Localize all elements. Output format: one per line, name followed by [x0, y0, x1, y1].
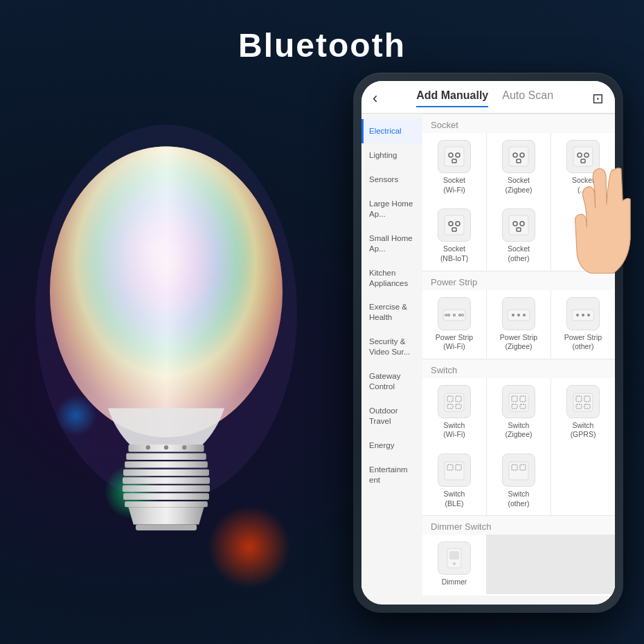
section-dimmer: Dimmer Switch	[422, 515, 615, 535]
sidebar-item-security[interactable]: Security & Video Sur...	[361, 330, 422, 364]
sidebar-item-lighting[interactable]: Lighting	[361, 143, 422, 168]
svg-point-14	[164, 445, 168, 449]
power-strip-other-icon	[566, 297, 600, 330]
svg-point-3	[50, 147, 283, 438]
svg-point-51	[582, 314, 584, 316]
tab-add-manually[interactable]: Add Manually	[416, 89, 488, 107]
power-strip-wifi-icon	[438, 297, 471, 330]
switch-zigbee-icon	[502, 385, 535, 418]
svg-point-38	[448, 314, 449, 316]
sidebar-item-outdoor[interactable]: Outdoor Travel	[361, 399, 422, 433]
socket-zigbee-label: Socket(Zigbee)	[505, 176, 532, 195]
header-tabs: Add Manually Auto Scan	[416, 89, 553, 107]
sidebar-item-exercise[interactable]: Exercise & Health	[361, 295, 422, 330]
socket-other2-icon	[502, 208, 535, 242]
switch-gprs-icon	[566, 385, 600, 418]
power-strip-zigbee-icon	[502, 297, 535, 330]
device-switch-other[interactable]: Switch(other)	[487, 447, 551, 515]
switch-wifi-icon	[438, 385, 471, 418]
sidebar-item-electrical[interactable]: Electrical	[361, 119, 422, 143]
svg-point-40	[454, 314, 455, 316]
device-socket-wifi[interactable]: Socket(Wi-Fi)	[422, 133, 486, 202]
power-strip-other-label: Power Strip(other)	[564, 333, 602, 352]
sidebar-item-energy[interactable]: Energy	[361, 433, 422, 458]
power-strip-zigbee-label: Power Strip(Zigbee)	[500, 333, 537, 352]
svg-point-48	[523, 314, 526, 316]
svg-point-42	[459, 314, 460, 316]
svg-rect-75	[449, 551, 459, 560]
svg-rect-16	[445, 147, 464, 166]
hand-pointer	[568, 163, 644, 287]
svg-rect-11	[125, 501, 208, 507]
socket-wifi-icon	[438, 140, 471, 173]
socket-other2-label: Socket(other)	[508, 244, 530, 263]
back-button[interactable]: ‹	[373, 89, 377, 107]
page-title: Bluetooth	[0, 26, 644, 64]
switch-wifi-label: Switch(Wi-Fi)	[443, 421, 465, 440]
switch-other-icon	[502, 454, 535, 487]
dimmer-grid: Dimmer	[422, 535, 615, 594]
phone-device: ‹ Add Manually Auto Scan ⊡ Electrical Li…	[353, 73, 623, 613]
app-header: ‹ Add Manually Auto Scan ⊡	[361, 81, 615, 114]
device-socket-other2[interactable]: Socket(other)	[487, 202, 551, 270]
bulb-image	[21, 83, 312, 602]
sidebar-item-large-home[interactable]: Large Home Ap...	[361, 192, 422, 226]
dimmer-icon	[438, 542, 471, 575]
svg-rect-8	[123, 477, 210, 483]
switch-ble-label: Switch(BLE)	[444, 490, 465, 508]
tab-auto-scan[interactable]: Auto Scan	[502, 89, 553, 107]
power-strip-wifi-label: Power Strip(Wi-Fi)	[436, 333, 473, 352]
switch-grid-2: Switch(BLE) Switch(other)	[422, 447, 615, 515]
svg-rect-5	[126, 454, 206, 460]
device-power-strip-zigbee[interactable]: Power Strip(Zigbee)	[487, 290, 551, 359]
device-power-strip-wifi[interactable]: Power Strip(Wi-Fi)	[422, 290, 486, 359]
switch-grid: Switch(Wi-Fi)	[422, 378, 615, 447]
device-switch-ble[interactable]: Switch(BLE)	[422, 447, 486, 515]
switch-gprs-label: Switch(GPRS)	[571, 421, 596, 440]
svg-point-50	[576, 314, 579, 316]
socket-wifi-label: Socket(Wi-Fi)	[443, 176, 465, 195]
device-dimmer-placeholder[interactable]: Dimmer	[422, 535, 486, 594]
device-socket-zigbee[interactable]: Socket(Zigbee)	[487, 133, 551, 202]
device-switch-wifi[interactable]: Switch(Wi-Fi)	[422, 378, 486, 447]
sidebar-item-sensors[interactable]: Sensors	[361, 168, 422, 192]
socket-zigbee-icon	[502, 140, 535, 173]
svg-rect-9	[123, 485, 210, 492]
socket-nbiot-label: Socket(NB-IoT)	[440, 244, 468, 263]
svg-rect-10	[123, 493, 209, 499]
section-socket: Socket	[422, 114, 615, 133]
switch-zigbee-label: Switch(Zigbee)	[505, 421, 532, 440]
svg-rect-6	[125, 461, 208, 467]
svg-point-52	[587, 314, 590, 316]
socket-nbiot-icon	[438, 208, 471, 242]
power-strip-grid: Power Strip(Wi-Fi) P	[422, 290, 615, 359]
svg-rect-32	[509, 215, 528, 235]
dimmer-label: Dimmer	[442, 578, 467, 587]
switch-other-label: Switch(other)	[508, 490, 530, 508]
device-socket-nbiot[interactable]: Socket(NB-IoT)	[422, 202, 486, 270]
sidebar-item-entertainment[interactable]: Entertainm ent	[361, 458, 422, 492]
sidebar-item-kitchen[interactable]: Kitchen Appliances	[361, 261, 422, 296]
sidebar-item-gateway[interactable]: Gateway Control	[361, 364, 422, 399]
section-switch: Switch	[422, 359, 615, 378]
device-empty-2	[551, 447, 615, 515]
scan-icon[interactable]: ⊡	[592, 90, 604, 107]
device-power-strip-other[interactable]: Power Strip(other)	[551, 290, 615, 359]
svg-point-13	[146, 445, 150, 449]
svg-point-76	[453, 562, 456, 565]
svg-rect-28	[445, 215, 464, 235]
svg-point-15	[182, 445, 186, 449]
sidebar-item-small-home[interactable]: Small Home Ap...	[361, 226, 422, 261]
svg-rect-7	[123, 469, 209, 476]
svg-rect-20	[509, 147, 528, 166]
switch-ble-icon	[438, 454, 471, 487]
category-sidebar: Electrical Lighting Sensors Large Home A…	[361, 114, 422, 596]
device-switch-zigbee[interactable]: Switch(Zigbee)	[487, 378, 551, 447]
svg-rect-12	[136, 525, 197, 530]
svg-point-47	[517, 314, 520, 316]
svg-point-46	[512, 314, 515, 316]
device-switch-gprs[interactable]: Switch(GPRS)	[551, 378, 615, 447]
